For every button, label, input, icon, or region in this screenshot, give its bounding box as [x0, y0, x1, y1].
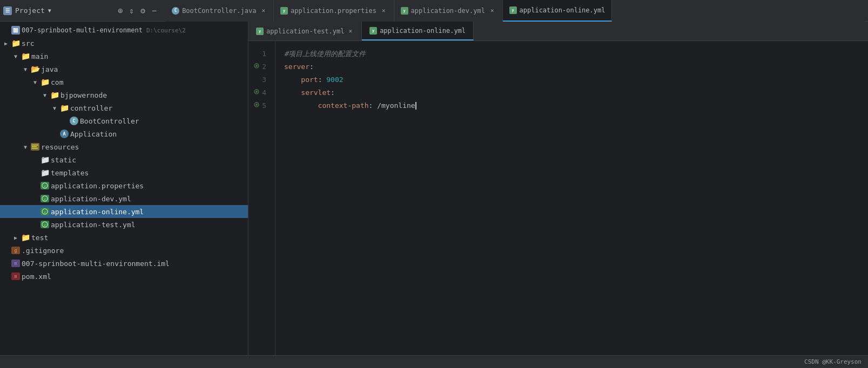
tree-arrow-src: ▶: [2, 40, 10, 46]
tree-icon-007-iml: m: [11, 260, 20, 267]
svg-text:y: y: [44, 184, 46, 188]
tree-item-src[interactable]: ▶📁src: [0, 37, 248, 50]
tree-item-controller[interactable]: ▼📁controller: [0, 101, 248, 114]
tree-icon-static: 📁: [41, 156, 49, 163]
tab-app-online-yml-top[interactable]: yapplication-online.yml: [503, 0, 613, 22]
editor-area: yapplication-test.yml✕yapplication-onlin…: [248, 22, 868, 355]
tree-arrow-controller: ▼: [51, 105, 58, 111]
collapse-icon[interactable]: ⇕: [129, 6, 134, 16]
tree-item-java[interactable]: ▼📂java: [0, 63, 248, 76]
tree-item-test[interactable]: ▶📁test: [0, 231, 248, 244]
svg-text:y: y: [44, 223, 46, 227]
svg-rect-3: [32, 148, 38, 149]
code-token-4: :: [331, 86, 335, 99]
second-tab-label-app-online-yml: application-online.yml: [380, 27, 466, 35]
sidebar: ⬜ 007-sprinboot-multi-environment D:\cou…: [0, 22, 248, 355]
tab-boot-controller[interactable]: CBootController.java✕: [165, 0, 274, 22]
code-token-4: servlet: [284, 86, 331, 99]
tree-item-main[interactable]: ▼📁main: [0, 50, 248, 63]
minimize-icon[interactable]: −: [152, 6, 157, 16]
tree-item-pom.xml[interactable]: mpom.xml: [0, 270, 248, 283]
tab-icon-app-properties: y: [280, 7, 288, 15]
tree-item-application.properties[interactable]: yapplication.properties: [0, 179, 248, 192]
second-tab-app-test-yml[interactable]: yapplication-test.yml✕: [248, 22, 362, 40]
main-content: ⬜ 007-sprinboot-multi-environment D:\cou…: [0, 22, 868, 355]
tab-label-boot-controller: BootController.java: [182, 7, 256, 15]
settings-icon[interactable]: ⚙: [140, 6, 145, 16]
code-token-2: :: [309, 60, 314, 73]
add-file-icon[interactable]: ⊕: [118, 6, 123, 16]
tree-label-static: static: [51, 156, 76, 164]
second-tab-close-app-test-yml[interactable]: ✕: [347, 27, 354, 35]
project-icon: ☰: [3, 6, 12, 15]
code-editor: 12345 #项目上线使用的配置文件server: port: 9002 ser…: [248, 41, 868, 355]
tree-container: ▶📁src▼📁main▼📂java▼📁com▼📁bjpowernode▼📁con…: [0, 37, 248, 283]
second-tab-icon-app-online-yml: y: [369, 27, 377, 35]
line-numbers: 12345: [248, 41, 275, 355]
tree-item-bjpowernode[interactable]: ▼📁bjpowernode: [0, 88, 248, 101]
tree-icon-main: 📁: [21, 52, 30, 60]
tree-item-BootController[interactable]: CBootController: [0, 114, 248, 127]
code-line-3: port: 9002: [284, 73, 868, 86]
line-number-5: 5: [248, 99, 271, 112]
second-tab-app-online-yml[interactable]: yapplication-online.yml: [362, 22, 474, 40]
tree-item-application-test.yml[interactable]: yapplication-test.yml: [0, 218, 248, 231]
project-dropdown-arrow[interactable]: ▼: [48, 8, 51, 13]
code-token-1: #项目上线使用的配置文件: [284, 47, 366, 60]
tree-item-application-dev.yml[interactable]: yapplication-dev.yml: [0, 192, 248, 205]
tree-item-resources[interactable]: ▼resources: [0, 140, 248, 153]
tab-app-dev-yml[interactable]: yapplication-dev.yml✕: [394, 0, 503, 22]
tree-item-com[interactable]: ▼📁com: [0, 76, 248, 88]
tree-item-static[interactable]: 📁static: [0, 153, 248, 166]
code-lines[interactable]: #项目上线使用的配置文件server: port: 9002 servlet: …: [275, 41, 868, 355]
tree-label-com: com: [51, 78, 63, 86]
code-token-5: context-path: [284, 99, 369, 112]
gutter-bean-5: [253, 99, 260, 112]
tree-icon-java: 📂: [31, 65, 39, 73]
tree-label-application-test.yml: application-test.yml: [51, 221, 136, 229]
code-line-1: #项目上线使用的配置文件: [284, 47, 868, 60]
code-token-2: server: [284, 60, 309, 73]
tree-arrow-com: ▼: [31, 79, 39, 85]
tree-icon-bjpowernode: 📁: [50, 91, 59, 99]
tree-item-007-iml[interactable]: m007-sprinboot-multi-environment.iml: [0, 257, 248, 270]
tree-arrow-main: ▼: [12, 53, 19, 59]
svg-text:m: m: [15, 274, 17, 279]
tree-item-templates[interactable]: 📁templates: [0, 166, 248, 179]
code-line-2: server:: [284, 60, 868, 73]
code-line-5: context-path: /myonline: [284, 99, 868, 112]
svg-point-19: [255, 65, 258, 67]
tree-label-pom.xml: pom.xml: [22, 272, 51, 281]
line-number-4: 4: [248, 86, 271, 99]
tab-app-properties[interactable]: yapplication.properties✕: [274, 0, 394, 22]
tree-label-Application: Application: [70, 130, 117, 138]
tree-icon-application-dev.yml: y: [41, 195, 49, 202]
tree-icon-test: 📁: [21, 234, 30, 241]
svg-point-21: [255, 91, 258, 93]
tab-close-boot-controller[interactable]: ✕: [260, 6, 267, 15]
project-label: Project: [15, 6, 45, 15]
tree-label-application-dev.yml: application-dev.yml: [51, 195, 131, 203]
tree-label-application-online.yml: application-online.yml: [51, 208, 144, 216]
second-tab-label-app-test-yml: application-test.yml: [266, 28, 345, 35]
tab-icon-boot-controller: C: [172, 7, 179, 15]
second-tab-icon-app-test-yml: y: [256, 28, 264, 35]
code-token-3: 9002: [326, 73, 343, 86]
tree-item-Application[interactable]: AApplication: [0, 127, 248, 140]
tab-close-app-dev-yml[interactable]: ✕: [489, 6, 496, 15]
tree-arrow-bjpowernode: ▼: [41, 92, 49, 98]
tree-item-root[interactable]: ⬜ 007-sprinboot-multi-environment D:\cou…: [0, 24, 248, 37]
tree-item-.gitignore[interactable]: g.gitignore: [0, 244, 248, 257]
tree-item-application-online.yml[interactable]: yapplication-online.yml: [0, 205, 248, 218]
second-tab-bar: yapplication-test.yml✕yapplication-onlin…: [248, 22, 868, 41]
tree-label-java: java: [41, 65, 58, 73]
tree-label-007-iml: 007-sprinboot-multi-environment.iml: [22, 260, 170, 268]
line-number-3: 3: [248, 73, 271, 86]
tab-close-app-properties[interactable]: ✕: [380, 6, 387, 15]
tab-label-app-online-yml-top: application-online.yml: [520, 6, 605, 14]
tree-icon-templates: 📁: [41, 169, 49, 176]
project-root-icon: ⬜: [11, 26, 20, 35]
tree-label-root: 007-sprinboot-multi-environment: [22, 26, 143, 34]
tree-arrow-resources: ▼: [22, 144, 29, 150]
line-number-1: 1: [248, 47, 271, 60]
